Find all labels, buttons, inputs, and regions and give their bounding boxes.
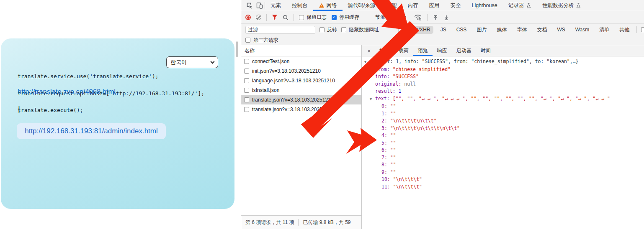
third-party-checkbox[interactable]	[245, 38, 250, 43]
search-icon[interactable]	[283, 15, 289, 20]
tab-headers[interactable]: 标头	[375, 45, 394, 56]
request-checkbox[interactable]	[244, 107, 249, 112]
json-array-item: 3:"\n\t\t\t\n\t\t\t\n\t\t"	[364, 125, 644, 132]
tab-sources[interactable]: 源代码/来源	[343, 0, 381, 11]
request-row[interactable]: connectTest.json	[241, 56, 361, 66]
request-checkbox[interactable]	[244, 97, 249, 102]
json-index: 8:	[381, 162, 387, 168]
tab-security[interactable]: 安全	[445, 0, 466, 11]
devtools-panel: 元素 控制台 网络 源代码/来源 性能 内存 应用 安全 Lighthouse …	[241, 0, 644, 229]
close-icon[interactable]: ×	[363, 47, 375, 54]
disable-cache-control[interactable]: ✓ 停用缓存	[332, 14, 359, 21]
json-value: "\n\t\t\t"	[393, 184, 422, 190]
expander-icon[interactable]: ▼	[364, 59, 370, 66]
json-value: ""	[390, 103, 396, 109]
request-row-selected[interactable]: translate.json?v=3.18.103.20251210	[241, 95, 361, 104]
filter-pill-wasm[interactable]: Wasm	[572, 26, 592, 34]
request-checkbox[interactable]	[244, 78, 249, 83]
tab-application[interactable]: 应用	[423, 0, 445, 11]
json-index: 6:	[381, 147, 387, 153]
json-value: "\n\t\t\t\n\t\t\t\n\t\t"	[390, 125, 460, 131]
tab-elements[interactable]: 元素	[265, 0, 286, 11]
filter-pill-doc[interactable]: 文档	[534, 25, 550, 34]
json-root-line[interactable]: ▼{result: 1, info: "SUCCESS", from: "chi…	[364, 58, 644, 66]
expander-icon[interactable]: ▼	[370, 96, 375, 103]
request-name: language.json?v=3.18.103.20251210	[252, 78, 335, 84]
preserve-log-control[interactable]: 保留日志	[299, 14, 327, 21]
tab-timing[interactable]: 时间	[476, 45, 495, 56]
json-value: "\n\t\t\t"	[393, 176, 422, 182]
filter-pill-media[interactable]: 媒体	[494, 25, 510, 34]
json-array-item: 1:""	[364, 110, 644, 118]
tab-payload[interactable]: 载荷	[394, 45, 413, 56]
request-checkbox[interactable]	[244, 88, 249, 93]
json-index: 3:	[381, 125, 387, 131]
filter-pill-js[interactable]: JS	[438, 26, 449, 34]
tab-preview[interactable]: 预览	[413, 45, 433, 56]
divider	[294, 14, 294, 21]
request-row[interactable]: init.json?v=3.18.103.20251210	[241, 66, 361, 76]
tab-console[interactable]: 控制台	[286, 0, 313, 11]
json-text-array-line[interactable]: ▼text:["", "", "↵ ↵ ", "↵ ↵ ↵ ", "", "",…	[364, 95, 644, 103]
requests-name-header[interactable]: 名称	[241, 45, 361, 56]
json-array-summary: ["", "", "↵ ↵ ", "↵ ↵ ↵ ", "", "", "", "…	[393, 96, 610, 102]
export-har-icon[interactable]	[443, 15, 449, 20]
request-count-summary: 第 6 项请求，共 11 项	[245, 219, 294, 226]
throttling-dropdown[interactable]: 节流模式	[375, 14, 406, 21]
tab-recorder[interactable]: 记录器	[503, 0, 537, 11]
tab-memory[interactable]: 内存	[402, 0, 423, 11]
tab-response[interactable]: 响应	[433, 45, 452, 56]
flask-icon	[576, 3, 581, 8]
blocked-cookies-control[interactable]: 有已拦截的 Coo	[641, 26, 644, 33]
disable-cache-checkbox[interactable]: ✓	[332, 15, 337, 20]
filter-pill-img[interactable]: 图片	[474, 25, 489, 34]
json-index: 0:	[381, 103, 387, 109]
tab-performance[interactable]: 性能	[381, 0, 402, 11]
json-value: ""	[390, 132, 396, 138]
tab-network[interactable]: 网络	[313, 0, 343, 11]
tab-performance-insights[interactable]: 性能数据分析	[537, 0, 587, 11]
request-checkbox[interactable]	[244, 59, 249, 64]
invert-control[interactable]: 反转	[319, 26, 337, 33]
tab-recorder-label: 记录器	[508, 2, 524, 9]
hide-data-urls-checkbox[interactable]	[341, 27, 346, 32]
requests-table: 名称 connectTest.json init.json?v=3.18.103…	[241, 45, 362, 229]
json-index: 10:	[381, 176, 390, 182]
filter-pill-ws[interactable]: WS	[554, 26, 568, 34]
tab-initiator[interactable]: 启动器	[452, 45, 476, 56]
filter-pill-css[interactable]: CSS	[453, 26, 470, 34]
json-array-item: 8:""	[364, 161, 644, 169]
json-value: ""	[390, 155, 396, 160]
inspect-icon[interactable]	[245, 0, 255, 11]
filter-icon[interactable]	[272, 15, 278, 20]
blocked-cookies-checkbox[interactable]	[641, 27, 644, 32]
request-checkbox[interactable]	[244, 69, 249, 74]
import-har-icon[interactable]	[433, 15, 438, 20]
docs-link[interactable]: http://translate.zvo.cn/4068.html	[18, 88, 116, 96]
filter-pill-manifest[interactable]: 清单	[596, 25, 612, 34]
json-value: "SUCCESS"	[393, 74, 419, 79]
network-conditions-icon[interactable]	[414, 14, 422, 20]
page-scrollbar-thumb[interactable]	[236, 41, 238, 57]
json-index: 2:	[381, 118, 387, 124]
admin-url-button[interactable]: http://192.168.31.193:81/admin/index.htm…	[17, 123, 166, 139]
filter-pill-font[interactable]: 字体	[514, 25, 530, 34]
invert-checkbox[interactable]	[319, 27, 325, 32]
request-row[interactable]: translate.json?v=3.18.103.20251210	[241, 104, 361, 114]
preserve-log-checkbox[interactable]	[299, 15, 304, 20]
clear-button[interactable]	[256, 15, 261, 20]
filter-pill-fetch-xhr[interactable]: Fetch/XHR	[403, 26, 433, 34]
json-array-item: 6:""	[364, 147, 644, 154]
record-button[interactable]	[245, 15, 251, 20]
request-row[interactable]: isInstall.json	[241, 85, 361, 95]
request-name: translate.json?v=3.18.103.20251210	[252, 107, 334, 112]
request-row[interactable]: language.json?v=3.18.103.20251210	[241, 76, 361, 85]
screen: 한국어 translate.service.use('translate.ser…	[0, 0, 644, 229]
json-key: result:	[375, 88, 395, 94]
filter-input[interactable]	[245, 26, 315, 34]
device-toolbar-icon[interactable]	[255, 0, 265, 11]
hide-data-urls-control[interactable]: 隐藏数据网址	[341, 26, 379, 33]
filter-pill-other[interactable]: 其他	[616, 25, 632, 34]
json-array-item: 4:""	[364, 132, 644, 140]
tab-lighthouse[interactable]: Lighthouse	[466, 0, 502, 11]
